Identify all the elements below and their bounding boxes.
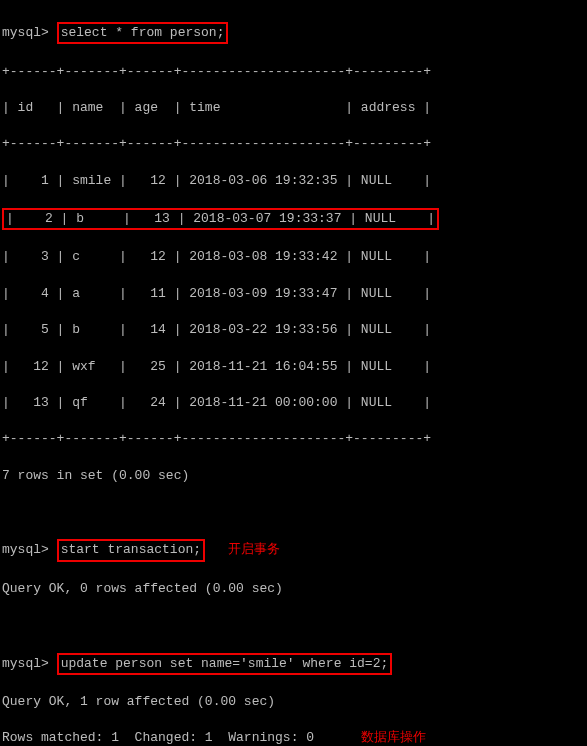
mysql-prompt: mysql>	[2, 25, 49, 40]
query-ok: Query OK, 1 row affected (0.00 sec)	[2, 693, 585, 711]
update-command: update person set name='smile' where id=…	[57, 653, 393, 675]
terminal-output: mysql> select * from person; +------+---…	[0, 0, 587, 746]
table-row: | 13 | qf | 24 | 2018-11-21 00:00:00 | N…	[2, 394, 585, 412]
mysql-prompt: mysql>	[2, 656, 49, 671]
table-row: | 1 | smile | 12 | 2018-03-06 19:32:35 |…	[2, 172, 585, 190]
table-border: +------+-------+------+-----------------…	[2, 135, 585, 153]
annotation-open-tx: 开启事务	[228, 541, 280, 559]
table-row: | 3 | c | 12 | 2018-03-08 19:33:42 | NUL…	[2, 248, 585, 266]
table-header: | id | name | age | time | address |	[2, 99, 585, 117]
table-border: +------+-------+------+-----------------…	[2, 63, 585, 81]
table-row: | 5 | b | 14 | 2018-03-22 19:33:56 | NUL…	[2, 321, 585, 339]
table-row: | 4 | a | 11 | 2018-03-09 19:33:47 | NUL…	[2, 285, 585, 303]
highlighted-row: | 2 | b | 13 | 2018-03-07 19:33:37 | NUL…	[2, 208, 439, 230]
rows-matched: Rows matched: 1 Changed: 1 Warnings: 0	[2, 730, 314, 745]
annotation-db-op: 数据库操作	[361, 729, 426, 746]
rows-in-set: 7 rows in set (0.00 sec)	[2, 467, 585, 485]
select-command-1: select * from person;	[57, 22, 229, 44]
query-ok: Query OK, 0 rows affected (0.00 sec)	[2, 580, 585, 598]
table-row: | 12 | wxf | 25 | 2018-11-21 16:04:55 | …	[2, 358, 585, 376]
table-border: +------+-------+------+-----------------…	[2, 430, 585, 448]
mysql-prompt: mysql>	[2, 542, 49, 557]
start-transaction-command: start transaction;	[57, 539, 205, 561]
